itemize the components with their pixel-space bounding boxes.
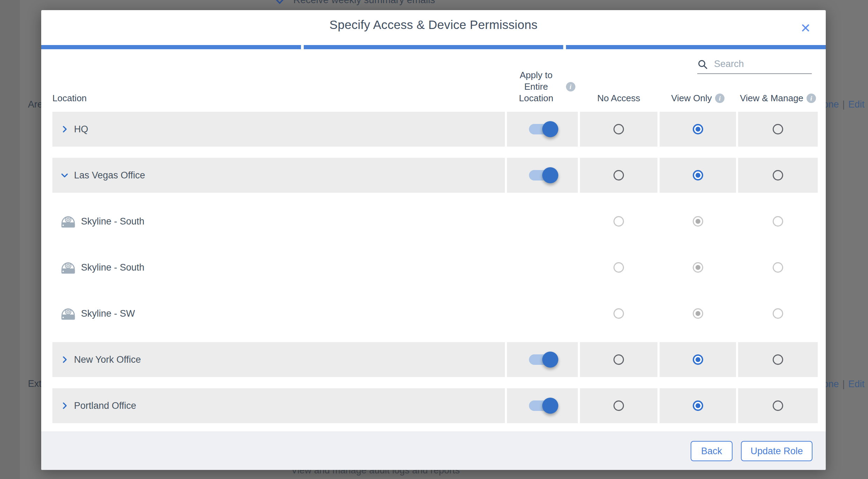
camera-icon [60,260,76,275]
background-page-gutter [0,0,20,479]
view-only-cell [660,296,736,331]
chevron-right-icon[interactable] [60,401,69,410]
chevron-right-icon[interactable] [60,125,69,134]
location-name: New York Office [74,354,141,365]
edit-link: Edit [848,379,865,389]
view-manage-cell [738,204,818,239]
view-only-cell [660,204,736,239]
view-manage-radio[interactable] [773,400,783,411]
view-only-cell [660,342,736,377]
search-input[interactable] [708,59,812,71]
modal-title: Specify Access & Device Permissions [41,18,826,32]
device-name: Skyline - South [81,262,145,273]
device-cell: Skyline - SW [52,296,505,331]
table-row-skyline-south-1: Skyline - South [52,204,818,239]
no-access-cell [580,204,657,239]
table-row-portland-office: Portland Office [52,388,818,423]
step-segment-2 [304,45,564,49]
info-icon[interactable]: i [807,94,816,103]
step-segment-1 [41,45,301,49]
chevron-down-icon[interactable] [60,171,69,180]
step-progress-bar [41,45,826,49]
table-header-row: Location Apply to Entire Location i No A… [52,79,818,105]
no-access-cell [580,342,657,377]
view-only-radio [693,262,703,273]
location-name: HQ [74,124,88,135]
back-button[interactable]: Back [691,441,733,461]
view-only-radio[interactable] [693,354,703,365]
apply-toggle-cell [507,112,578,147]
no-access-radio [613,216,624,227]
toggle-knob [542,167,558,183]
view-manage-cell [738,296,818,331]
view-manage-radio [773,308,783,319]
toggle-knob [542,121,558,137]
apply-location-toggle[interactable] [529,354,556,365]
view-only-radio[interactable] [693,170,703,180]
view-only-cell [660,250,736,285]
device-name: Skyline - SW [81,308,135,319]
info-icon[interactable]: i [566,82,575,91]
view-manage-cell [738,158,818,193]
location-name: Las Vegas Office [74,170,145,181]
column-header-apply-to-entire-location: Apply to Entire Location i [507,69,578,104]
edit-link: Edit [848,99,865,110]
column-header-location: Location [52,93,505,104]
location-cell[interactable]: Portland Office [52,388,505,423]
device-cell: Skyline - South [52,250,505,285]
view-only-radio[interactable] [693,124,703,134]
checkmark-icon [274,0,285,6]
apply-location-toggle[interactable] [529,400,556,411]
column-header-view-and-manage: View & Manage i [738,93,818,104]
view-only-radio [693,216,703,227]
permissions-table-body: HQ Las Vegas Office [52,112,818,434]
device-name: Skyline - South [81,216,145,227]
view-manage-radio[interactable] [773,124,783,134]
table-row-new-york-office: New York Office [52,342,818,377]
apply-location-toggle[interactable] [529,124,556,134]
apply-toggle-cell [507,296,578,331]
no-access-radio[interactable] [613,170,624,180]
search-field [697,56,812,74]
no-access-cell [580,388,657,423]
modal-footer: Back Update Role [41,432,826,470]
view-only-cell [660,388,736,423]
no-access-cell [580,296,657,331]
apply-toggle-cell [507,388,578,423]
view-manage-radio [773,216,783,227]
update-role-button[interactable]: Update Role [741,441,812,461]
camera-icon [60,214,76,229]
location-name: Portland Office [74,400,136,411]
table-row-skyline-sw: Skyline - SW [52,296,818,331]
no-access-cell [580,112,657,147]
view-manage-radio[interactable] [773,354,783,365]
chevron-right-icon[interactable] [60,355,69,364]
link-divider: | [839,379,848,389]
info-icon[interactable]: i [715,94,724,103]
view-manage-radio[interactable] [773,170,783,180]
apply-toggle-cell [507,342,578,377]
location-cell[interactable]: HQ [52,112,505,147]
apply-location-toggle[interactable] [529,170,556,180]
device-cell: Skyline - South [52,204,505,239]
view-only-radio[interactable] [693,400,703,411]
no-access-radio[interactable] [613,124,624,134]
no-access-cell [580,158,657,193]
no-access-radio[interactable] [613,400,624,411]
close-icon[interactable]: ✕ [798,21,813,36]
no-access-radio[interactable] [613,354,624,365]
location-cell[interactable]: New York Office [52,342,505,377]
location-cell[interactable]: Las Vegas Office [52,158,505,193]
table-row-las-vegas-office: Las Vegas Office [52,158,818,193]
permissions-modal: Specify Access & Device Permissions ✕ Lo… [41,10,826,470]
view-manage-cell [738,112,818,147]
view-only-cell [660,158,736,193]
search-icon [697,59,708,70]
apply-toggle-cell [507,158,578,193]
view-only-radio [693,308,703,319]
link-divider: | [839,99,848,110]
table-row-hq: HQ [52,112,818,147]
column-header-no-access: No Access [580,93,657,104]
background-left-text-bottom: Ext [28,378,42,389]
background-summary-emails-text: Receive weekly summary emails [293,0,435,6]
